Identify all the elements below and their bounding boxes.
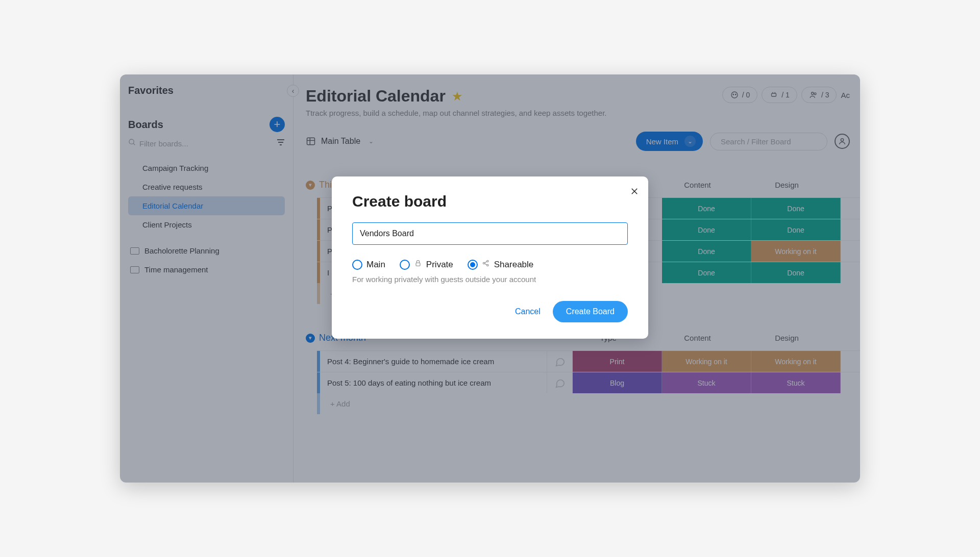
cancel-button[interactable]: Cancel: [515, 307, 541, 316]
modal-overlay[interactable]: Create board Main Private: [120, 74, 860, 483]
radio-icon: [400, 260, 410, 270]
radio-shareable[interactable]: Shareable: [468, 259, 534, 270]
board-name-input[interactable]: [352, 222, 628, 245]
radio-icon: [352, 260, 362, 270]
svg-line-23: [484, 262, 487, 263]
close-button[interactable]: [630, 186, 639, 199]
create-board-modal: Create board Main Private: [332, 176, 648, 339]
create-board-button[interactable]: Create Board: [553, 301, 628, 322]
lock-icon: [414, 259, 422, 270]
radio-icon: [468, 260, 478, 270]
svg-rect-19: [416, 263, 420, 266]
close-icon: [630, 187, 639, 196]
share-icon: [482, 259, 490, 270]
radio-hint: For working privately with guests outsid…: [352, 275, 628, 284]
modal-title: Create board: [352, 193, 628, 210]
app-window: ‹ Favorites Boards + Campaign Tracking C…: [120, 74, 860, 483]
svg-line-24: [484, 264, 487, 265]
radio-private[interactable]: Private: [400, 259, 453, 270]
radio-main[interactable]: Main: [352, 260, 385, 270]
